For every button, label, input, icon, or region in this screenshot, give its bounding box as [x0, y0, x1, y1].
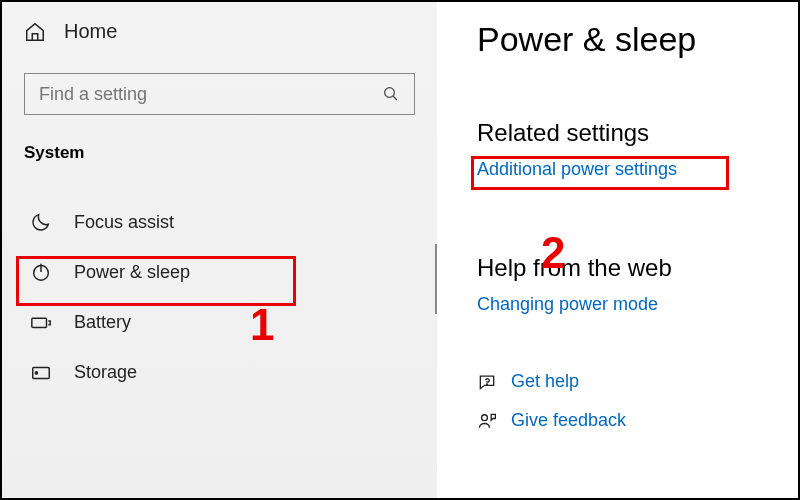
content-pane: Power & sleep Related settings Additiona… [437, 2, 798, 498]
link-give-feedback[interactable]: Give feedback [477, 410, 778, 431]
svg-point-0 [385, 88, 395, 98]
link-additional-power-settings[interactable]: Additional power settings [477, 159, 778, 180]
related-settings-heading: Related settings [477, 119, 778, 147]
sidebar-item-label: Battery [74, 312, 131, 333]
help-chat-icon [477, 372, 497, 392]
sidebar-item-label: Focus assist [74, 212, 174, 233]
link-changing-power-mode[interactable]: Changing power mode [477, 294, 778, 315]
link-label: Give feedback [511, 410, 626, 431]
search-input-wrapper[interactable] [24, 73, 415, 115]
search-icon [382, 85, 400, 103]
link-label: Get help [511, 371, 579, 392]
storage-icon [30, 361, 52, 383]
sidebar-item-label: Power & sleep [74, 262, 190, 283]
link-label: Additional power settings [477, 159, 677, 180]
sidebar: Home System Focus assist Power & sleep [2, 2, 437, 498]
sidebar-item-battery[interactable]: Battery [24, 297, 415, 347]
sidebar-section-label: System [24, 143, 415, 163]
battery-icon [30, 311, 52, 333]
help-from-web-heading: Help from the web [477, 254, 778, 282]
svg-point-6 [482, 414, 488, 420]
home-icon [24, 21, 46, 43]
sidebar-item-focus-assist[interactable]: Focus assist [24, 197, 415, 247]
svg-rect-2 [32, 318, 47, 327]
link-label: Changing power mode [477, 294, 658, 315]
sidebar-item-home[interactable]: Home [24, 20, 415, 43]
moon-icon [30, 211, 52, 233]
sidebar-item-label: Storage [74, 362, 137, 383]
power-icon [30, 261, 52, 283]
svg-point-5 [487, 384, 488, 385]
sidebar-item-storage[interactable]: Storage [24, 347, 415, 397]
feedback-icon [477, 411, 497, 431]
app-layout: Home System Focus assist Power & sleep [2, 2, 798, 498]
page-title: Power & sleep [477, 20, 778, 59]
search-input[interactable] [39, 84, 382, 105]
home-label: Home [64, 20, 117, 43]
svg-point-4 [35, 372, 37, 374]
sidebar-item-power-sleep[interactable]: Power & sleep [24, 247, 415, 297]
link-get-help[interactable]: Get help [477, 371, 778, 392]
